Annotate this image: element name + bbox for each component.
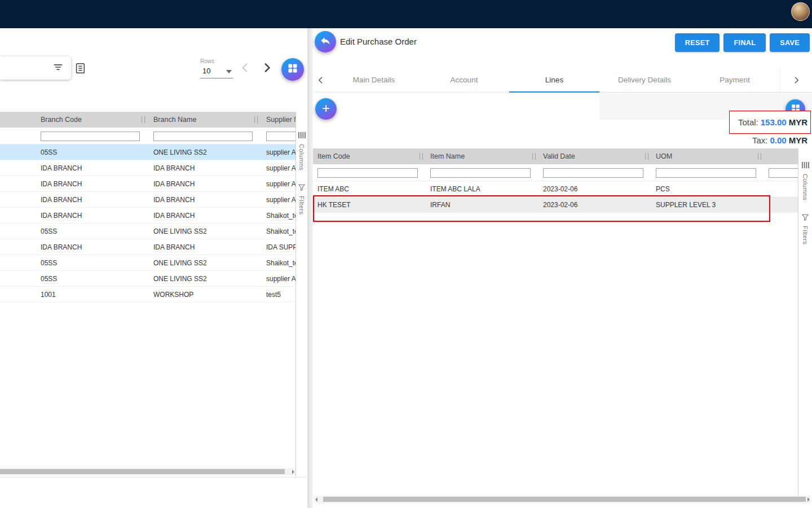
filter-input-item-name[interactable] (430, 168, 531, 178)
filter-input-branch-code[interactable] (41, 132, 140, 141)
line-row[interactable]: ITEM ABC ITEM ABC LALA 2023-02-06 PCS (313, 181, 798, 197)
tab-payment[interactable]: Payment (690, 68, 780, 92)
tab-delivery-details[interactable]: Delivery Details (599, 68, 690, 92)
lines-table-header: Item Code Item Name Valid Date UOM (313, 148, 798, 164)
column-header-uom[interactable]: UOM (651, 148, 764, 164)
filter-list-icon[interactable] (52, 62, 64, 75)
item-code-cell: ITEM ABC (313, 185, 426, 193)
add-line-button[interactable]: + (315, 98, 337, 120)
columns-label: Columns (802, 174, 809, 200)
valid-date-cell: 2023-02-06 (539, 185, 651, 193)
supplier-cell: Shaikot_te (261, 212, 295, 220)
next-page-button[interactable] (261, 62, 273, 74)
valid-date-cell: 2023-02-06 (539, 201, 651, 209)
branch-code-cell: IDA BRANCH (35, 212, 148, 220)
filters-label: Filters (802, 226, 809, 244)
tax-value: 0.00 (770, 135, 786, 145)
filter-input-extra[interactable] (769, 168, 798, 178)
horizontal-scrollbar[interactable] (0, 468, 295, 475)
filters-panel-toggle[interactable]: Filters (802, 213, 809, 244)
panel-divider (307, 28, 313, 508)
tabs-scroll-left-icon[interactable] (313, 68, 329, 92)
column-header-supplier[interactable]: Supplier Name (261, 112, 295, 128)
horizontal-scrollbar[interactable] (314, 496, 811, 503)
search-toolbar (0, 56, 71, 80)
apps-grid-button[interactable] (281, 58, 304, 81)
supplier-cell: supplier A (261, 196, 295, 204)
filter-input-supplier[interactable] (266, 132, 295, 141)
rows-select[interactable]: 10 (200, 66, 233, 78)
top-navbar (0, 0, 812, 28)
branch-code-cell: 05SS (35, 275, 148, 283)
filters-panel-toggle[interactable]: Filters (298, 183, 305, 214)
edit-purchase-order-panel: Edit Purchase Order RESET FINAL SAVE Mai… (313, 28, 812, 508)
branch-filter-row (0, 128, 295, 144)
branch-row[interactable]: IDA BRANCH IDA BRANCH supplier A (0, 160, 295, 176)
branch-row[interactable]: 05SS ONE LIVING SS2 supplier A (0, 144, 295, 160)
supplier-cell: Shaikot_te (261, 259, 295, 267)
rows-per-page: Rows 10 (200, 58, 233, 78)
branch-name-cell: ONE LIVING SS2 (148, 259, 261, 267)
reset-button[interactable]: RESET (675, 33, 720, 52)
app-screen: Rows 10 Branch Code Branch Name (0, 0, 812, 508)
branch-row[interactable]: 1001 WORKSHOP test5 (0, 287, 295, 303)
columns-icon (802, 161, 809, 171)
scroll-right-arrow-icon[interactable] (807, 497, 810, 502)
columns-panel-toggle[interactable]: Columns (298, 131, 306, 170)
column-header-branch-name[interactable]: Branch Name (148, 112, 261, 128)
rows-value: 10 (202, 67, 210, 75)
branch-row[interactable]: IDA BRANCH IDA BRANCH Shaikot_te (0, 208, 295, 224)
branch-row[interactable]: 05SS ONE LIVING SS2 Shaikot_te (0, 255, 295, 271)
tab-main-details[interactable]: Main Details (329, 68, 419, 92)
total-label: Total: (738, 117, 758, 127)
branch-name-cell: IDA BRANCH (148, 212, 261, 220)
panel-bottom-border (0, 477, 307, 478)
filter-input-item-code[interactable] (317, 168, 418, 178)
grid-icon (287, 63, 298, 76)
filter-input-uom[interactable] (656, 168, 756, 178)
total-value: 153.00 (761, 117, 787, 127)
final-button[interactable]: FINAL (723, 33, 766, 52)
scrollbar-thumb[interactable] (0, 469, 285, 474)
tabs-scroll-right-icon[interactable] (780, 68, 812, 92)
line-row[interactable]: HK TESET IRFAN 2023-02-06 SUPPLER LEVEL … (313, 197, 798, 213)
chevron-down-icon (226, 67, 232, 75)
item-code-cell: HK TESET (313, 201, 426, 209)
branch-row[interactable]: 05SS ONE LIVING SS2 supplier A (0, 271, 295, 287)
copy-list-icon[interactable] (74, 62, 86, 75)
column-header-item-name[interactable]: Item Name (426, 148, 539, 164)
branch-row[interactable]: IDA BRANCH IDA BRANCH supplier A (0, 176, 295, 192)
supplier-cell: Shaikot_te (261, 227, 295, 235)
branch-row[interactable]: 05SS ONE LIVING SS2 Shaikot_te (0, 224, 295, 239)
branch-code-cell: IDA BRANCH (35, 180, 148, 188)
column-header-valid-date[interactable]: Valid Date (539, 148, 651, 164)
user-avatar[interactable] (791, 2, 810, 21)
prev-page-button[interactable] (239, 62, 251, 74)
filter-input-valid-date[interactable] (543, 168, 643, 178)
save-button[interactable]: SAVE (770, 33, 810, 52)
tax-label: Tax: (752, 135, 768, 145)
back-button[interactable] (315, 31, 336, 52)
columns-panel-toggle[interactable]: Columns (802, 161, 809, 200)
branch-code-cell: IDA BRANCH (35, 164, 148, 172)
supplier-cell: supplier A (261, 275, 295, 283)
branch-name-cell: IDA BRANCH (148, 243, 261, 251)
column-header-branch-code[interactable]: Branch Code (35, 112, 148, 128)
columns-icon (298, 131, 306, 141)
filter-input-branch-name[interactable] (153, 132, 253, 141)
branch-row[interactable]: IDA BRANCH IDA BRANCH supplier A (0, 192, 295, 208)
tab-account[interactable]: Account (419, 68, 509, 92)
plus-icon: + (322, 102, 330, 115)
scroll-left-arrow-icon[interactable] (315, 497, 317, 502)
scroll-right-arrow-icon[interactable] (292, 470, 294, 474)
browse-panel: Rows 10 Branch Code Branch Name (0, 28, 307, 508)
tab-lines[interactable]: Lines (509, 68, 599, 92)
scrollbar-thumb[interactable] (323, 497, 806, 502)
branch-table-header: Branch Code Branch Name Supplier Name (0, 112, 295, 128)
lines-table: Item Code Item Name Valid Date UOM ITEM … (313, 148, 798, 213)
branch-row[interactable]: IDA BRANCH IDA BRANCH IDA SUPP (0, 239, 295, 255)
column-header-item-code[interactable]: Item Code (313, 148, 426, 164)
branch-table: Branch Code Branch Name Supplier Name 05… (0, 112, 295, 303)
branch-name-cell: ONE LIVING SS2 (148, 275, 261, 283)
action-buttons: RESET FINAL SAVE (675, 33, 810, 52)
